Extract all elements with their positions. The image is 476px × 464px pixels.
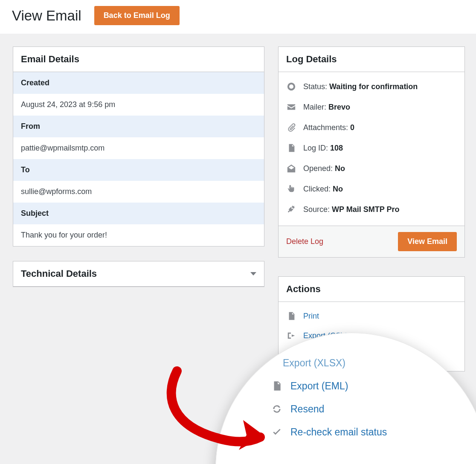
- from-label: From: [13, 116, 264, 137]
- status-circle-icon: [286, 81, 296, 92]
- created-value: August 24, 2023 at 9:56 pm: [13, 94, 264, 116]
- pointer-icon: [286, 184, 296, 194]
- page-header: View Email Back to Email Log: [0, 0, 476, 34]
- view-email-button[interactable]: View Email: [398, 232, 457, 251]
- log-attachments: Attachments: 0: [286, 117, 457, 138]
- subject-label: Subject: [13, 203, 264, 224]
- log-clicked: Clicked: No: [286, 179, 457, 199]
- file-icon: [286, 143, 296, 153]
- print-icon: [286, 311, 296, 321]
- plug-icon: [286, 204, 296, 215]
- paperclip-icon: [286, 122, 296, 133]
- email-details-title: Email Details: [21, 54, 79, 65]
- email-details-panel: Email Details Created August 24, 2023 at…: [13, 46, 264, 246]
- actions-title: Actions: [286, 284, 321, 295]
- file-icon: [271, 380, 283, 384]
- action-print[interactable]: Print: [286, 306, 457, 326]
- open-envelope-icon: [286, 163, 296, 174]
- log-details-title: Log Details: [286, 54, 337, 65]
- action-export-eml[interactable]: Export (EML): [271, 374, 450, 384]
- to-value: sullie@wpforms.com: [13, 181, 264, 203]
- chevron-down-icon: [250, 272, 256, 276]
- from-value: pattie@wpmailsmtp.com: [13, 137, 264, 159]
- action-export-xlsx-magnified: Export (XLSX): [271, 351, 450, 374]
- log-status: Status: Waiting for confirmation: [286, 76, 457, 97]
- to-label: To: [13, 159, 264, 181]
- log-opened: Opened: No: [286, 158, 457, 179]
- technical-details-panel[interactable]: Technical Details: [13, 261, 264, 287]
- technical-details-title: Technical Details: [21, 268, 97, 279]
- log-mailer: Mailer: Brevo: [286, 97, 457, 117]
- log-id: Log ID: 108: [286, 138, 457, 158]
- export-icon: [286, 331, 296, 341]
- delete-log-link[interactable]: Delete Log: [286, 237, 323, 246]
- created-label: Created: [13, 72, 264, 94]
- subject-value: Thank you for your order!: [13, 224, 264, 246]
- log-details-panel: Log Details Status: Waiting for confirma…: [278, 46, 465, 258]
- page-title: View Email: [12, 8, 81, 24]
- back-to-log-button[interactable]: Back to Email Log: [94, 6, 180, 25]
- envelope-icon: [286, 102, 296, 112]
- log-source: Source: WP Mail SMTP Pro: [286, 199, 457, 220]
